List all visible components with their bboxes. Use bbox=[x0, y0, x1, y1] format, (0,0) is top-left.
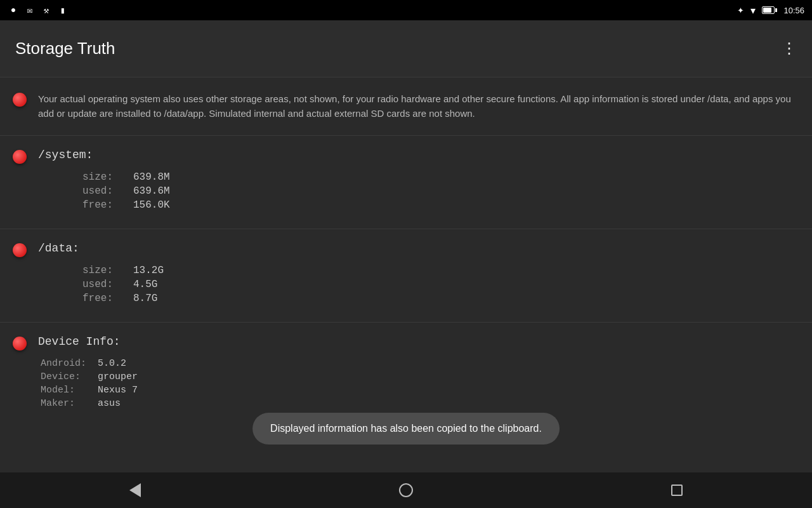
notice-text: Your actual operating system also uses o… bbox=[38, 91, 799, 121]
data-content: /data: size: 13.2G used: 4.5G free: 8.7G bbox=[38, 242, 799, 307]
data-used-value: 4.5G bbox=[133, 279, 157, 290]
device-info-content: Device Info: Android: 5.0.2 Device: grou… bbox=[38, 335, 799, 411]
clock: 10:56 bbox=[783, 6, 804, 15]
notice-indicator bbox=[13, 93, 27, 107]
system-free-value: 156.0K bbox=[133, 199, 170, 211]
data-title: /data: bbox=[38, 242, 799, 255]
maker-value: asus bbox=[98, 398, 121, 409]
android-row: Android: 5.0.2 bbox=[41, 358, 799, 369]
toast-message: Displayed information has also been copi… bbox=[252, 413, 560, 444]
gmail-icon: ✉ bbox=[24, 4, 36, 16]
system-stats: size: 639.8M used: 639.6M free: 156.0K bbox=[82, 171, 799, 211]
maker-row: Maker: asus bbox=[41, 398, 799, 409]
device-info-title: Device Info: bbox=[38, 335, 799, 348]
system-size-label: size: bbox=[82, 171, 133, 183]
system-free-row: free: 156.0K bbox=[82, 199, 799, 211]
back-icon bbox=[129, 483, 141, 497]
back-button[interactable] bbox=[116, 478, 154, 503]
home-button[interactable] bbox=[387, 478, 425, 503]
system-free-label: free: bbox=[82, 199, 133, 211]
recent-apps-button[interactable] bbox=[658, 478, 696, 503]
device-info-indicator bbox=[13, 337, 27, 351]
system-used-row: used: 639.6M bbox=[82, 185, 799, 197]
data-size-value: 13.2G bbox=[133, 265, 164, 276]
system-used-label: used: bbox=[82, 185, 133, 197]
data-size-row: size: 13.2G bbox=[82, 265, 799, 276]
home-icon bbox=[399, 483, 413, 497]
android-label: Android: bbox=[41, 358, 98, 369]
device-label: Device: bbox=[41, 371, 98, 382]
device-row: Device: grouper bbox=[41, 371, 799, 382]
status-bar: ● ✉ ⚒ ▮ ✦ ▾ 10:56 bbox=[0, 0, 812, 20]
model-label: Model: bbox=[41, 385, 98, 396]
app-title: Storage Truth bbox=[15, 39, 115, 58]
bluetooth-icon: ✦ bbox=[737, 6, 744, 15]
toast-text: Displayed information has also been copi… bbox=[270, 423, 542, 434]
device-value: grouper bbox=[98, 371, 138, 382]
maker-label: Maker: bbox=[41, 398, 98, 409]
more-menu-button[interactable]: ⋮ bbox=[782, 39, 797, 58]
data-free-value: 8.7G bbox=[133, 293, 157, 304]
data-size-label: size: bbox=[82, 265, 133, 276]
nav-bar bbox=[0, 472, 812, 508]
device-info-section: Device Info: Android: 5.0.2 Device: grou… bbox=[0, 323, 812, 427]
system-section: /system: size: 639.8M used: 639.6M free:… bbox=[0, 136, 812, 229]
system-content: /system: size: 639.8M used: 639.6M free:… bbox=[38, 149, 799, 213]
system-size-row: size: 639.8M bbox=[82, 171, 799, 183]
data-used-row: used: 4.5G bbox=[82, 279, 799, 290]
battery-icon bbox=[762, 6, 777, 14]
recent-icon bbox=[671, 485, 683, 496]
data-free-row: free: 8.7G bbox=[82, 293, 799, 304]
data-stats: size: 13.2G used: 4.5G free: 8.7G bbox=[82, 265, 799, 304]
model-row: Model: Nexus 7 bbox=[41, 385, 799, 396]
system-indicator bbox=[13, 150, 27, 164]
data-indicator bbox=[13, 243, 27, 257]
model-value: Nexus 7 bbox=[98, 385, 138, 396]
system-size-value: 639.8M bbox=[133, 171, 170, 183]
android-value: 5.0.2 bbox=[98, 358, 126, 369]
status-right-icons: ✦ ▾ 10:56 bbox=[737, 4, 804, 17]
system-title: /system: bbox=[38, 149, 799, 161]
device-info-stats: Android: 5.0.2 Device: grouper Model: Ne… bbox=[41, 358, 799, 409]
app-bar: Storage Truth ⋮ bbox=[0, 20, 812, 77]
data-used-label: used: bbox=[82, 279, 133, 290]
wallet-icon: ▮ bbox=[57, 4, 69, 16]
status-left-icons: ● ✉ ⚒ ▮ bbox=[8, 4, 69, 16]
notice-row: Your actual operating system also uses o… bbox=[0, 77, 812, 136]
data-free-label: free: bbox=[82, 293, 133, 304]
wifi-icon: ▾ bbox=[750, 4, 756, 17]
data-section: /data: size: 13.2G used: 4.5G free: 8.7G bbox=[0, 229, 812, 323]
tumblr-icon: ● bbox=[8, 4, 19, 16]
android-icon: ⚒ bbox=[41, 4, 52, 16]
system-used-value: 639.6M bbox=[133, 185, 170, 197]
